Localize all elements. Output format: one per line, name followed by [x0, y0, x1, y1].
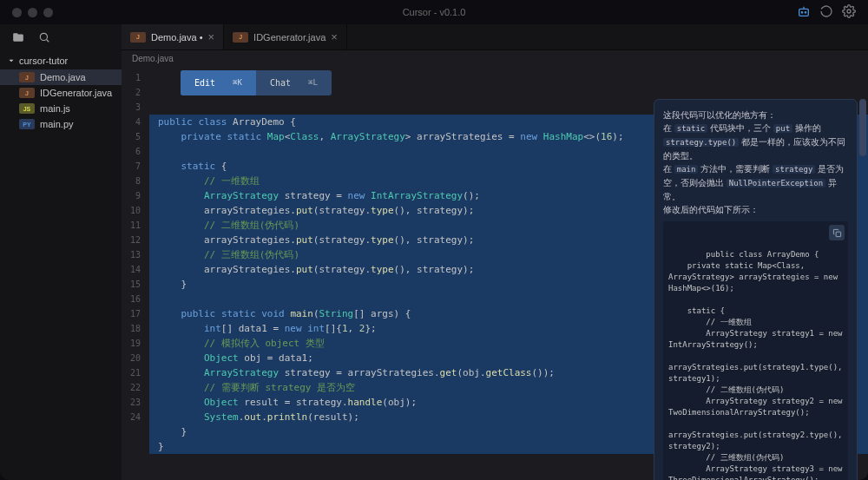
- bot-icon[interactable]: [797, 4, 811, 20]
- svg-point-2: [805, 12, 806, 13]
- copy-code-button[interactable]: [829, 225, 845, 240]
- ai-point-2: 在 main 方法中，需要判断 strategy 是否为空，否则会抛出 Null…: [663, 162, 848, 203]
- ai-point-1: 在 static 代码块中，三个 put 操作的 strategy.type()…: [663, 122, 848, 162]
- close-tab-icon[interactable]: ×: [208, 30, 215, 43]
- chat-button[interactable]: Chat⌘L: [256, 70, 332, 95]
- ai-code-block[interactable]: public class ArrayDemo { private static …: [663, 221, 848, 480]
- folder-name: cursor-tutor: [19, 56, 68, 66]
- svg-rect-5: [836, 232, 841, 237]
- edit-button[interactable]: Edit⌘K: [181, 70, 256, 95]
- editor-tab[interactable]: JDemo.java •×: [122, 24, 224, 49]
- zoom-dot[interactable]: [43, 8, 53, 17]
- tab-bar: JDemo.java •×JIDGenerator.java×: [122, 24, 868, 50]
- breadcrumb[interactable]: Demo.java: [122, 50, 868, 67]
- traffic-lights: [12, 8, 53, 17]
- svg-rect-0: [799, 9, 809, 16]
- file-item[interactable]: JSmain.js: [0, 101, 122, 116]
- inline-ai-popup: Edit⌘K Chat⌘L: [181, 70, 332, 95]
- window-title: Cursor - v0.1.0: [403, 7, 466, 17]
- close-tab-icon[interactable]: ×: [331, 30, 338, 43]
- search-sidebar-icon[interactable]: [38, 31, 50, 45]
- svg-point-1: [801, 12, 802, 13]
- sidebar: cursor-tutor JDemo.javaJIDGenerator.java…: [0, 24, 122, 480]
- folder-header[interactable]: cursor-tutor: [0, 52, 122, 69]
- file-item[interactable]: PYmain.py: [0, 116, 122, 132]
- close-dot[interactable]: [12, 8, 22, 17]
- title-bar: Cursor - v0.1.0: [0, 0, 868, 24]
- ai-response-panel: 这段代码可以优化的地方有： 在 static 代码块中，三个 put 操作的 s…: [654, 99, 858, 480]
- settings-icon[interactable]: [842, 4, 856, 20]
- ai-intro: 这段代码可以优化的地方有：: [663, 108, 848, 122]
- svg-point-3: [847, 10, 851, 13]
- refresh-icon[interactable]: [819, 4, 833, 20]
- line-gutter: 123456789101112131415161718192021222324: [122, 67, 149, 480]
- file-item[interactable]: JIDGenerator.java: [0, 85, 122, 101]
- minimize-dot[interactable]: [28, 8, 37, 17]
- svg-point-4: [40, 33, 47, 40]
- ai-fix-header: 修改后的代码如下所示：: [663, 203, 848, 216]
- explorer-icon[interactable]: [12, 31, 24, 45]
- editor-tab[interactable]: JIDGenerator.java×: [224, 24, 347, 49]
- file-item[interactable]: JDemo.java: [0, 69, 122, 85]
- ai-scrollbar[interactable]: [859, 99, 866, 470]
